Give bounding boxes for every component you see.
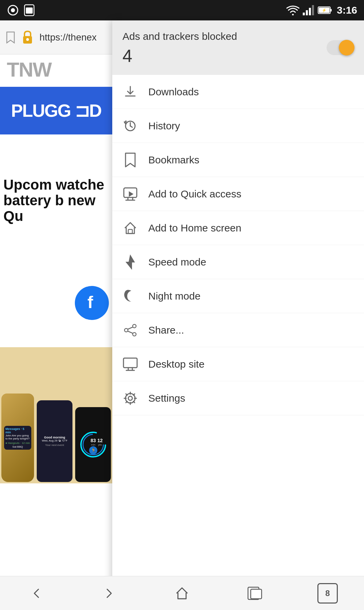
forward-button[interactable] <box>96 580 123 607</box>
bookmarks-label: Bookmarks <box>148 154 199 166</box>
wifi-icon <box>286 5 299 15</box>
tabs-count-button[interactable]: 8 <box>314 580 341 607</box>
toggle-track <box>327 40 354 55</box>
home-button[interactable] <box>168 580 196 607</box>
quick-access-icon <box>122 186 138 202</box>
menu-item-downloads[interactable]: Downloads <box>112 75 364 109</box>
svg-point-33 <box>128 396 132 400</box>
signal-icon <box>303 5 314 15</box>
svg-rect-32 <box>123 358 137 368</box>
tabs-overview-button[interactable] <box>241 580 268 607</box>
menu-item-settings[interactable]: Settings <box>112 381 364 415</box>
article-title: Upcom watche battery b new Qu <box>0 174 112 228</box>
back-button[interactable] <box>23 580 50 607</box>
tnw-logo: TNW <box>7 58 51 81</box>
svg-text:12: 12 <box>97 438 103 443</box>
sim-icon <box>23 4 35 16</box>
add-home-screen-label: Add to Home screen <box>148 222 241 234</box>
svg-rect-36 <box>251 589 262 599</box>
ads-blocked-content: Ads and trackers blocked 4 <box>122 30 237 66</box>
menu-item-add-home[interactable]: Add to Home screen <box>112 211 364 245</box>
circle-icon <box>7 4 19 16</box>
toggle-thumb <box>339 40 354 55</box>
svg-rect-5 <box>306 10 308 15</box>
download-icon <box>122 84 138 100</box>
svg-point-28 <box>125 328 128 332</box>
battery-icon: ⚡ <box>318 6 332 15</box>
lock-icon <box>22 31 35 44</box>
svg-point-13 <box>26 38 29 41</box>
share-icon <box>122 322 138 338</box>
ads-blocked-section: Ads and trackers blocked 4 <box>112 20 364 75</box>
desktop-site-icon <box>122 356 138 372</box>
svg-rect-6 <box>309 8 311 15</box>
svg-rect-3 <box>26 7 33 14</box>
plugged-banner: PLUGG ⊐D <box>0 87 112 134</box>
menu-item-history[interactable]: History <box>112 109 364 143</box>
history-label: History <box>148 120 180 132</box>
menu-item-share[interactable]: Share... <box>112 313 364 347</box>
svg-text:⚡: ⚡ <box>322 8 327 13</box>
quick-access-label: Add to Quick access <box>148 188 241 200</box>
background-page: TNW PLUGG ⊐D Upcom watche battery b new … <box>0 0 112 610</box>
svg-point-27 <box>133 324 136 328</box>
ads-blocked-count: 4 <box>122 46 237 66</box>
svg-point-1 <box>11 8 15 12</box>
svg-text:83: 83 <box>90 438 96 443</box>
home-screen-icon <box>122 220 138 236</box>
svg-rect-26 <box>128 229 132 234</box>
bottom-navigation: 8 <box>0 576 364 610</box>
svg-rect-9 <box>330 9 332 12</box>
speed-icon <box>122 254 138 270</box>
menu-item-bookmarks[interactable]: Bookmarks <box>112 143 364 177</box>
tabs-badge: 8 <box>317 583 338 604</box>
menu-item-night-mode[interactable]: Night mode <box>112 279 364 313</box>
menu-item-desktop-site[interactable]: Desktop site <box>112 347 364 381</box>
night-mode-label: Night mode <box>148 290 200 302</box>
svg-line-30 <box>128 327 133 329</box>
menu-item-quick-access[interactable]: Add to Quick access <box>112 177 364 211</box>
bookmark-icon <box>122 152 138 168</box>
svg-line-31 <box>128 331 133 333</box>
menu-item-speed-mode[interactable]: Speed mode <box>112 245 364 279</box>
history-icon <box>122 118 138 134</box>
status-bar-left <box>7 4 35 16</box>
speed-mode-label: Speed mode <box>148 256 206 268</box>
svg-rect-7 <box>312 5 314 15</box>
facebook-button[interactable]: f <box>75 286 109 320</box>
status-bar-right: ⚡ 3:16 <box>286 4 357 16</box>
ads-blocked-title: Ads and trackers blocked <box>122 30 237 43</box>
svg-text:🏃: 🏃 <box>90 448 96 453</box>
ads-blocked-toggle[interactable] <box>327 40 354 55</box>
svg-point-29 <box>133 333 136 336</box>
downloads-label: Downloads <box>148 86 199 98</box>
article-image: Messages · 5 min John Are you going to t… <box>0 347 112 483</box>
svg-point-34 <box>126 394 135 403</box>
settings-icon <box>122 390 138 406</box>
status-time: 3:16 <box>337 4 357 16</box>
bookmark-nav-icon <box>5 31 18 44</box>
svg-text:min: min <box>91 443 95 446</box>
night-mode-icon <box>122 288 138 304</box>
status-bar: ⚡ 3:16 <box>0 0 364 20</box>
share-label: Share... <box>148 324 184 336</box>
svg-rect-4 <box>303 13 305 15</box>
svg-text:f: f <box>87 294 93 311</box>
dropdown-menu: Ads and trackers blocked 4 Downloads <box>112 20 364 610</box>
plugged-text: PLUGG ⊐D <box>11 100 101 121</box>
desktop-site-label: Desktop site <box>148 358 204 370</box>
svg-text:pts: pts <box>98 443 102 446</box>
settings-label: Settings <box>148 392 185 404</box>
